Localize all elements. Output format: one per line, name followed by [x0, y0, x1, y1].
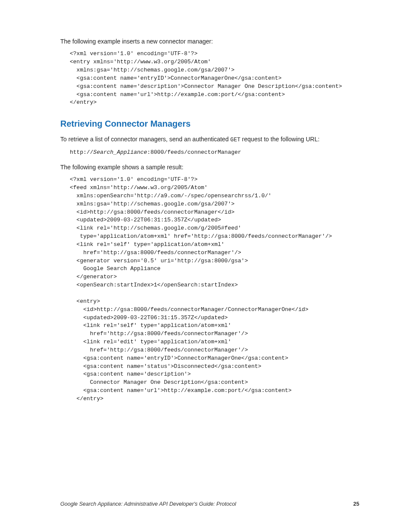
sample-paragraph: The following example shows a sample res…: [60, 163, 359, 171]
code-url-pre: http://: [70, 149, 93, 156]
retrieve-para-pre: To retrieve a list of connector managers…: [60, 136, 230, 143]
code-url-host: Search_Appliance: [93, 149, 147, 156]
page-footer: Google Search Appliance: Administrative …: [60, 501, 359, 507]
code-url-post: :8000/feeds/connectorManager: [147, 149, 241, 156]
retrieve-paragraph: To retrieve a list of connector managers…: [60, 135, 359, 144]
code-url: http://Search_Appliance:8000/feeds/conne…: [70, 149, 359, 157]
code-insert-connector: <?xml version='1.0' encoding='UTF-8'?> <…: [70, 50, 359, 107]
page-container: The following example inserts a new conn…: [0, 0, 411, 532]
code-sample-result: <?xml version='1.0' encoding='UTF-8'?> <…: [70, 176, 359, 403]
retrieve-para-post: request to the following URL:: [240, 136, 320, 143]
section-heading-retrieving: Retrieving Connector Managers: [60, 119, 359, 129]
inline-code-get: GET: [230, 137, 240, 143]
intro-paragraph: The following example inserts a new conn…: [60, 37, 359, 46]
page-number: 25: [353, 501, 359, 507]
footer-title: Google Search Appliance: Administrative …: [60, 501, 236, 507]
